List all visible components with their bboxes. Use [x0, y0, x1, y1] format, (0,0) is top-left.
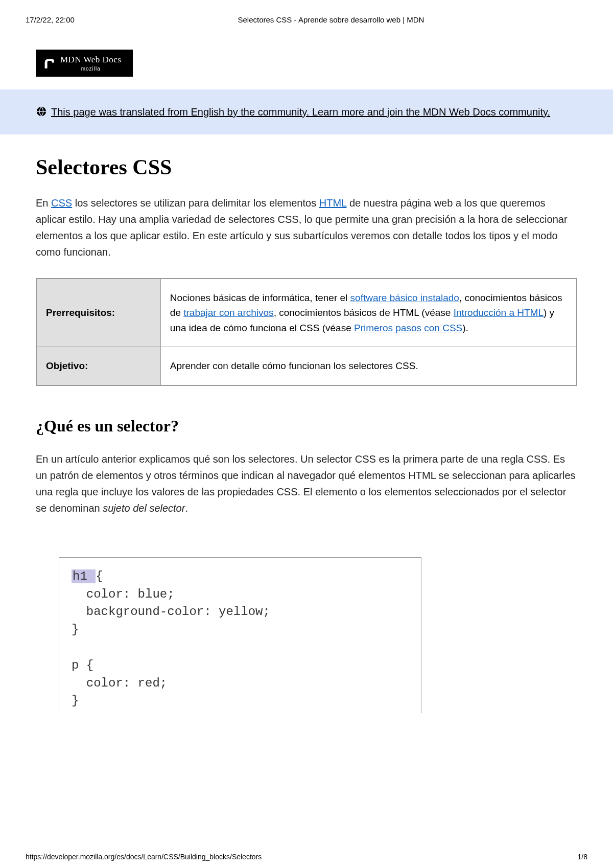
code-line: } — [72, 694, 79, 707]
software-link[interactable]: software básico instalado — [350, 292, 459, 303]
section-paragraph: En un artículo anterior explicamos qué s… — [36, 451, 577, 516]
files-link[interactable]: trabajar con archivos — [183, 307, 273, 318]
prereq-value: Nociones básicas de informática, tener e… — [160, 279, 577, 347]
code-line: { — [96, 569, 103, 583]
code-highlight: h1 — [72, 569, 96, 583]
section-heading: ¿Qué es un selector? — [36, 417, 577, 436]
print-header: 17/2/22, 22:00 Selectores CSS - Aprende … — [0, 0, 613, 29]
print-footer: https://developer.mozilla.org/es/docs/Le… — [26, 853, 587, 861]
translation-banner: This page was translated from English by… — [0, 89, 613, 134]
intro-html-link[interactable]: Introducción a HTML — [454, 307, 544, 318]
table-row: Prerrequisitos: Nociones básicas de info… — [36, 279, 577, 347]
dino-icon — [42, 56, 56, 71]
code-line: color: red; — [72, 676, 167, 690]
print-page-indicator: 1/8 — [578, 853, 587, 861]
code-example: h1 { color: blue; background-color: yell… — [59, 557, 421, 713]
globe-icon — [36, 106, 47, 117]
section-italic: sujeto del selector — [103, 502, 185, 514]
code-line: background-color: yellow; — [72, 605, 270, 619]
logo-text: MDN Web Docs — [60, 55, 122, 65]
prereq-label: Prerrequisitos: — [36, 279, 160, 347]
logo-subtext: mozilla — [60, 66, 122, 72]
code-line: } — [72, 623, 79, 636]
table-text: Nociones básicas de informática, tener e… — [170, 292, 350, 303]
page-title: Selectores CSS — [36, 155, 577, 179]
css-first-steps-link[interactable]: Primeros pasos con CSS — [354, 323, 462, 333]
print-timestamp: 17/2/22, 22:00 — [26, 15, 75, 24]
css-link[interactable]: CSS — [51, 197, 72, 209]
code-line: color: blue; — [72, 587, 175, 601]
intro-text: En — [36, 197, 51, 209]
translation-banner-link[interactable]: This page was translated from English by… — [51, 106, 550, 118]
code-line: p { — [72, 658, 93, 672]
objective-value: Aprender con detalle cómo funcionan los … — [160, 347, 577, 385]
print-url: https://developer.mozilla.org/es/docs/Le… — [26, 853, 262, 861]
table-text: , conocimientos básicos de HTML (véase — [274, 307, 454, 318]
objective-label: Objetivo: — [36, 347, 160, 385]
intro-paragraph: En CSS los selectores se utilizan para d… — [36, 195, 577, 260]
mdn-logo[interactable]: MDN Web Docs mozilla — [36, 50, 133, 77]
intro-text: los selectores se utilizan para delimita… — [72, 197, 319, 209]
prerequisites-table: Prerrequisitos: Nociones básicas de info… — [36, 278, 577, 386]
html-link[interactable]: HTML — [319, 197, 347, 209]
table-text: ). — [462, 323, 468, 333]
table-row: Objetivo: Aprender con detalle cómo func… — [36, 347, 577, 385]
section-text-end: . — [185, 502, 188, 514]
print-doc-title: Selectores CSS - Aprende sobre desarroll… — [238, 15, 425, 24]
